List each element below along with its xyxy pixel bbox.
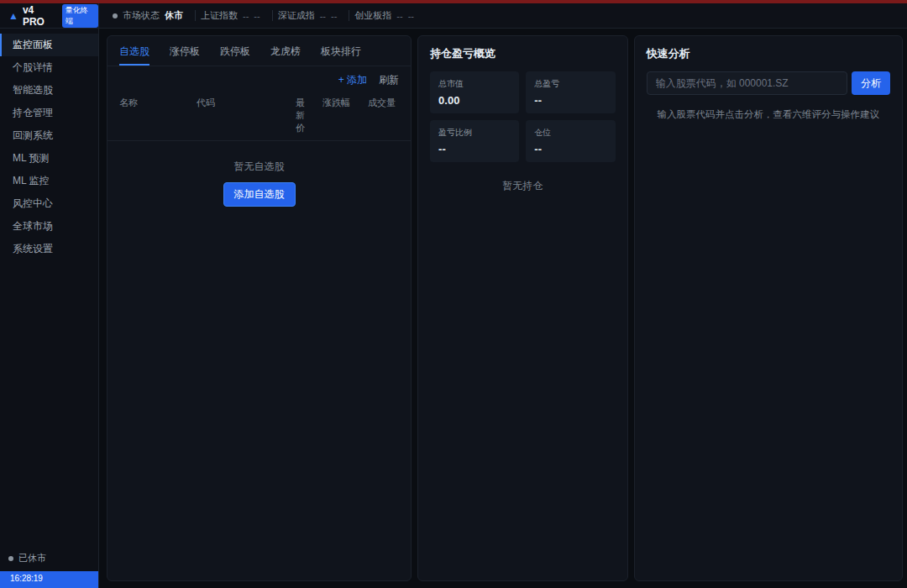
clock: 16:28:19	[0, 571, 98, 588]
market-status-dot	[113, 13, 118, 18]
card-value: --	[438, 143, 511, 155]
card-position-size: 仓位 --	[526, 120, 615, 162]
card-value: --	[534, 143, 606, 155]
watchlist-empty-state: 暂无自选股 添加自选股	[107, 141, 411, 207]
tab-sector-rank[interactable]: 板块排行	[321, 36, 361, 66]
card-pnl-ratio: 盈亏比例 --	[430, 120, 519, 162]
index-name-cyb: 创业板指	[354, 9, 391, 22]
watchlist-panel: 自选股 涨停板 跌停板 龙虎榜 板块排行 + 添加 刷新 名称 代码 最新价 涨…	[107, 35, 412, 581]
tab-watchlist[interactable]: 自选股	[119, 36, 149, 66]
col-last-price: 最新价	[296, 97, 305, 134]
watchlist-empty-text: 暂无自选股	[107, 160, 411, 174]
card-value: --	[534, 94, 606, 107]
market-status-value: 休市	[165, 9, 183, 22]
index-change-cyb: --	[408, 11, 414, 21]
stock-code-input[interactable]	[647, 71, 847, 95]
col-name: 名称	[119, 97, 197, 134]
edition-badge: 量化终端	[62, 4, 98, 28]
closed-status-dot	[8, 556, 13, 561]
sidebar-item-portfolio[interactable]: 持仓管理	[0, 102, 98, 124]
divider	[195, 10, 196, 21]
divider	[349, 10, 349, 21]
market-status-label: 市场状态	[123, 9, 160, 22]
tab-dragon-tiger[interactable]: 龙虎榜	[270, 36, 301, 66]
watchlist-tabs: 自选股 涨停板 跌停板 龙虎榜 板块排行	[107, 36, 411, 66]
refresh-button[interactable]: 刷新	[379, 73, 399, 87]
col-code: 代码	[197, 97, 296, 134]
index-value-sh: --	[243, 11, 249, 21]
sidebar-item-risk-center[interactable]: 风控中心	[0, 192, 98, 215]
app-title: v4 PRO	[23, 4, 58, 28]
sidebar-footer: 已休市 16:28:19	[0, 545, 98, 588]
tab-limit-up[interactable]: 涨停板	[170, 36, 200, 66]
index-change-sh: --	[254, 11, 260, 21]
sidebar-item-global-market[interactable]: 全球市场	[0, 215, 98, 238]
watchlist-table-header: 名称 代码 最新价 涨跌幅 成交量 操作	[107, 91, 411, 141]
market-closed-status: 已休市	[0, 545, 98, 571]
market-status-bar: 市场状态 休市 上证指数 -- -- 深证成指 -- -- 创业板指 -- --	[99, 3, 907, 28]
add-button[interactable]: + 添加	[338, 73, 367, 87]
plus-icon: +	[338, 74, 344, 86]
quick-analysis-panel: 快速分析 分析 输入股票代码并点击分析，查看六维评分与操作建议	[634, 35, 903, 581]
main-area: 自选股 涨停板 跌停板 龙虎榜 板块排行 + 添加 刷新 名称 代码 最新价 涨…	[99, 29, 907, 588]
card-label: 盈亏比例	[438, 127, 511, 139]
app-header: ▲ v4 PRO 量化终端 市场状态 休市 上证指数 -- -- 深证成指 --…	[0, 3, 907, 29]
logo-icon: ▲	[8, 11, 18, 21]
index-name-sz: 深证成指	[278, 9, 315, 22]
card-total-pnl: 总盈亏 --	[526, 71, 615, 113]
card-value: 0.00	[438, 94, 511, 107]
sidebar-item-settings[interactable]: 系统设置	[0, 238, 98, 260]
positions-title: 持仓盈亏概览	[430, 46, 616, 61]
content-area: 监控面板 个股详情 智能选股 持仓管理 回测系统 ML 预测 ML 监控 风控中…	[0, 29, 907, 588]
sidebar-item-ml-monitor[interactable]: ML 监控	[0, 170, 98, 192]
col-volume: 成交量	[350, 97, 396, 134]
positions-empty-text: 暂无持仓	[430, 179, 616, 193]
index-name-sh: 上证指数	[201, 9, 238, 22]
quick-analysis-form: 分析	[647, 71, 890, 95]
sidebar-item-ml-predict[interactable]: ML 预测	[0, 147, 98, 170]
col-actions: 操作	[396, 97, 412, 134]
card-total-market-value: 总市值 0.00	[430, 71, 519, 113]
card-label: 总市值	[438, 78, 511, 90]
card-label: 总盈亏	[534, 78, 606, 90]
col-change-pct: 涨跌幅	[305, 97, 350, 134]
positions-panel: 持仓盈亏概览 总市值 0.00 总盈亏 -- 盈亏比例 -- 仓位 --	[417, 35, 628, 581]
brand: ▲ v4 PRO 量化终端	[0, 3, 99, 28]
sidebar-item-smart-picker[interactable]: 智能选股	[0, 79, 98, 102]
sidebar-item-backtest[interactable]: 回测系统	[0, 124, 98, 147]
card-label: 仓位	[534, 127, 606, 139]
watchlist-toolbar: + 添加 刷新	[107, 66, 411, 91]
add-label: 添加	[347, 74, 367, 86]
index-change-sz: --	[331, 11, 337, 21]
add-watchlist-stock-button[interactable]: 添加自选股	[223, 182, 296, 207]
analyze-button[interactable]: 分析	[852, 71, 890, 95]
sidebar-item-stock-detail[interactable]: 个股详情	[0, 56, 98, 79]
closed-status-label: 已休市	[18, 552, 46, 564]
tab-limit-down[interactable]: 跌停板	[220, 36, 250, 66]
sidebar-item-monitor-dashboard[interactable]: 监控面板	[0, 34, 98, 56]
quick-analysis-hint: 输入股票代码并点击分析，查看六维评分与操作建议	[647, 108, 890, 121]
index-value-cyb: --	[396, 11, 402, 21]
index-value-sz: --	[320, 11, 326, 21]
quick-analysis-title: 快速分析	[647, 46, 890, 61]
positions-cards: 总市值 0.00 总盈亏 -- 盈亏比例 -- 仓位 --	[430, 71, 616, 162]
divider	[272, 10, 273, 21]
sidebar: 监控面板 个股详情 智能选股 持仓管理 回测系统 ML 预测 ML 监控 风控中…	[0, 29, 99, 588]
